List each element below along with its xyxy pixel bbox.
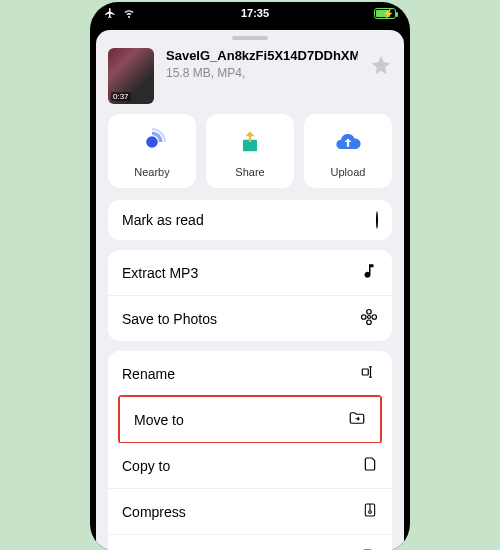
nearby-icon — [138, 128, 166, 160]
file-name: SaveIG_An8kzFi5X14D7DDhXMphRfwQ_DteM6vka… — [166, 48, 358, 64]
svg-point-4 — [367, 320, 372, 325]
phone-frame: 17:35 ⚡ 0:37 SaveIG_An8kzFi5X14D7DDhXMph… — [90, 2, 410, 550]
action-sheet: 0:37 SaveIG_An8kzFi5X14D7DDhXMphRfwQ_Dte… — [96, 30, 404, 550]
sheet-grabber[interactable] — [232, 36, 268, 40]
svg-point-2 — [368, 316, 371, 319]
copy-to-row[interactable]: Copy to — [108, 443, 392, 488]
rename-icon — [360, 363, 378, 384]
share-label: Share — [235, 166, 264, 178]
upload-label: Upload — [331, 166, 366, 178]
svg-rect-7 — [362, 369, 368, 375]
share-tile[interactable]: Share — [206, 114, 294, 188]
music-note-icon — [360, 262, 378, 283]
save-to-photos-row[interactable]: Save to Photos — [108, 295, 392, 341]
save-to-photos-label: Save to Photos — [122, 311, 217, 327]
svg-point-6 — [372, 315, 377, 320]
photos-flower-icon — [360, 308, 378, 329]
favorite-star-icon[interactable] — [370, 54, 392, 80]
share-icon — [236, 128, 264, 160]
folder-move-icon — [348, 409, 366, 430]
upload-tile[interactable]: Upload — [304, 114, 392, 188]
mark-as-read-row[interactable]: Mark as read — [108, 200, 392, 240]
move-to-row[interactable]: Move to — [120, 397, 380, 442]
svg-point-5 — [362, 315, 367, 320]
circle-outline-icon — [376, 212, 378, 228]
document-icon — [362, 455, 378, 476]
nearby-label: Nearby — [134, 166, 169, 178]
file-meta: 15.8 MB, MP4, — [166, 66, 358, 80]
zip-icon — [362, 501, 378, 522]
cloud-upload-icon — [333, 128, 363, 160]
battery-icon: ⚡ — [374, 8, 396, 19]
nearby-tile[interactable]: Nearby — [108, 114, 196, 188]
compress-row[interactable]: Compress — [108, 488, 392, 534]
mark-as-read-label: Mark as read — [122, 212, 204, 228]
svg-point-3 — [367, 310, 372, 315]
group-read: Mark as read — [108, 200, 392, 240]
video-thumbnail[interactable]: 0:37 — [108, 48, 154, 104]
group-media: Extract MP3 Save to Photos — [108, 250, 392, 341]
move-to-highlight: Move to — [118, 395, 382, 444]
copy-to-label: Copy to — [122, 458, 170, 474]
group-file-ops: Rename Move to Copy to — [108, 351, 392, 550]
extract-mp3-label: Extract MP3 — [122, 265, 198, 281]
rename-label: Rename — [122, 366, 175, 382]
video-duration: 0:37 — [111, 92, 131, 101]
move-to-label: Move to — [134, 412, 184, 428]
clock: 17:35 — [241, 7, 269, 19]
rename-row[interactable]: Rename — [108, 351, 392, 396]
extract-mp3-row[interactable]: Extract MP3 — [108, 250, 392, 295]
quick-action-tiles: Nearby Share Upload — [96, 114, 404, 200]
duplicate-row[interactable]: Duplicate — [108, 534, 392, 550]
compress-label: Compress — [122, 504, 186, 520]
airplane-icon — [104, 7, 116, 19]
svg-point-0 — [146, 136, 158, 148]
status-bar: 17:35 ⚡ — [90, 2, 410, 24]
file-header: 0:37 SaveIG_An8kzFi5X14D7DDhXMphRfwQ_Dte… — [96, 48, 404, 114]
wifi-icon — [122, 7, 136, 19]
